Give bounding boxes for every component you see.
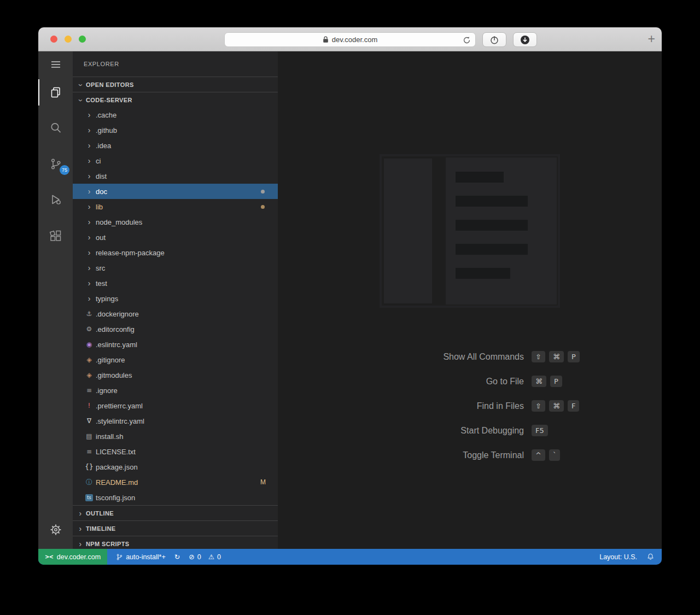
zoom-window-button[interactable] [79, 36, 86, 43]
keycap: ⌘ [549, 400, 564, 412]
text-icon: ≡ [85, 448, 94, 455]
tree-item-file[interactable]: ≡.ignore [73, 383, 278, 398]
ts-icon: ts [85, 494, 93, 501]
tree-item-folder[interactable]: ›release-npm-package [73, 245, 278, 260]
tree-item-file[interactable]: ⓘREADME.mdM [73, 475, 278, 490]
editorconfig-icon: ⚙ [85, 325, 94, 333]
shortcut-keys: ⇧⌘P [532, 351, 580, 362]
shortcut-label: Find in Files [278, 401, 524, 411]
keycap: F [568, 400, 579, 412]
tree-item-folder[interactable]: ›.github [73, 122, 278, 138]
tree-item-label: release-npm-package [96, 249, 165, 257]
tree-item-label: .github [96, 126, 117, 134]
chevron-right-icon: › [85, 294, 94, 303]
tree-item-file[interactable]: ◉.eslintrc.yaml [73, 337, 278, 352]
shortcut-label: Show All Commands [278, 352, 524, 362]
tree-item-label: install.sh [96, 432, 124, 441]
shortcut-keys: ⌘P [532, 376, 562, 387]
tree-item-label: tsconfig.json [96, 494, 135, 502]
section-label: OUTLINE [86, 510, 114, 517]
tree-item-folder[interactable]: ›.idea [73, 138, 278, 153]
json-icon: {} [85, 463, 94, 471]
sidebar-section-outline[interactable]: ›OUTLINE [73, 505, 278, 520]
shortcut-label: Toggle Terminal [278, 450, 524, 460]
tree-item-file[interactable]: ⚓.dockerignore [73, 306, 278, 321]
open-editors-section[interactable]: › OPEN EDITORS [73, 77, 278, 92]
settings-button[interactable] [38, 517, 73, 543]
docker-icon: ⚓ [85, 310, 94, 318]
extensions-tab[interactable] [38, 223, 73, 249]
tree-item-folder[interactable]: ›node_modules [73, 214, 278, 230]
tree-item-file[interactable]: tstsconfig.json [73, 490, 278, 505]
close-window-button[interactable] [50, 36, 57, 43]
remote-icon: >< [45, 554, 53, 560]
tree-item-label: LICENSE.txt [96, 448, 136, 456]
section-label: NPM SCRIPTS [86, 541, 130, 547]
new-tab-button[interactable]: + [648, 33, 655, 45]
ignore-icon: ≡ [85, 386, 94, 394]
minimize-window-button[interactable] [65, 36, 72, 43]
sidebar-section-npm-scripts[interactable]: ›NPM SCRIPTS [73, 536, 278, 549]
remote-label: dev.coder.com [57, 553, 101, 561]
tree-item-label: .gitmodules [96, 371, 132, 379]
keycap: ^ [532, 449, 545, 461]
menu-button[interactable] [38, 51, 73, 78]
file-tree: ›.cache›.github›.idea›ci›dist›doc›lib›no… [73, 107, 278, 505]
shield-ring-icon [489, 35, 499, 45]
tree-item-folder[interactable]: ›typings [73, 291, 278, 306]
tree-item-label: package.json [96, 463, 138, 471]
chevron-right-icon: › [85, 126, 94, 134]
tree-item-folder[interactable]: ›doc [73, 184, 278, 199]
search-icon [49, 121, 63, 135]
tree-item-file[interactable]: {}package.json [73, 459, 278, 475]
tree-item-file[interactable]: ≡LICENSE.txt [73, 444, 278, 459]
chevron-down-icon: › [77, 80, 85, 89]
tree-item-folder[interactable]: ›ci [73, 153, 278, 168]
tree-item-label: ci [96, 157, 101, 165]
section-label: TIMELINE [86, 525, 116, 532]
chevron-right-icon: › [85, 156, 94, 165]
tree-item-label: .eslintrc.yaml [96, 341, 137, 349]
source-control-tab[interactable]: 75 [38, 151, 73, 177]
tree-item-file[interactable]: ◈.gitmodules [73, 367, 278, 383]
keyboard-layout-indicator[interactable]: Layout: U.S. [599, 553, 637, 561]
tree-item-label: doc [96, 188, 107, 196]
notifications-button[interactable] [647, 553, 654, 561]
shortcut-row: Show All Commands⇧⌘P [278, 344, 662, 369]
sync-button[interactable]: ↻ [174, 553, 180, 561]
tree-item-file[interactable]: ▤install.sh [73, 429, 278, 444]
layout-label: Layout: U.S. [599, 553, 637, 561]
branch-indicator[interactable]: auto-install*+ [116, 553, 166, 561]
keycap: P [550, 376, 562, 387]
tree-item-file[interactable]: ⚙.editorconfig [73, 321, 278, 337]
tree-item-folder[interactable]: ›lib [73, 199, 278, 214]
keycap: ⌘ [549, 351, 564, 362]
explorer-tab[interactable] [38, 79, 73, 106]
tree-item-folder[interactable]: ›src [73, 260, 278, 276]
run-debug-tab[interactable] [38, 186, 73, 213]
shortcut-row: Find in Files⇧⌘F [278, 394, 662, 418]
tree-item-folder[interactable]: ›test [73, 276, 278, 291]
remote-indicator[interactable]: >< dev.coder.com [38, 549, 107, 565]
warning-count: 0 [217, 553, 221, 561]
tree-item-folder[interactable]: ›.cache [73, 107, 278, 122]
problems-indicator[interactable]: ⊘ 0 ⚠ 0 [189, 553, 221, 561]
tree-item-folder[interactable]: ›dist [73, 168, 278, 184]
warning-icon: ⚠ [208, 553, 214, 561]
tree-item-file[interactable]: ◈.gitignore [73, 352, 278, 367]
sidebar-section-timeline[interactable]: ›TIMELINE [73, 520, 278, 536]
address-bar[interactable]: dev.coder.com [224, 32, 476, 47]
tree-item-file[interactable]: !.prettierrc.yaml [73, 398, 278, 413]
tree-item-folder[interactable]: ›out [73, 230, 278, 245]
search-tab[interactable] [38, 115, 73, 141]
content-blocker-button[interactable] [482, 32, 506, 47]
tree-item-label: .editorconfig [96, 325, 135, 333]
reload-icon[interactable] [463, 36, 471, 44]
chevron-right-icon: › [85, 279, 94, 288]
workspace-root-section[interactable]: › CODE-SERVER [73, 92, 278, 107]
branch-label: auto-install*+ [126, 553, 166, 561]
explorer-sidebar: EXPLORER › OPEN EDITORS › CODE-SERVER ›.… [73, 51, 278, 549]
downloads-button[interactable] [513, 32, 537, 47]
tree-item-file[interactable]: ∇.stylelintrc.yaml [73, 413, 278, 429]
tree-item-label: .dockerignore [96, 310, 139, 318]
